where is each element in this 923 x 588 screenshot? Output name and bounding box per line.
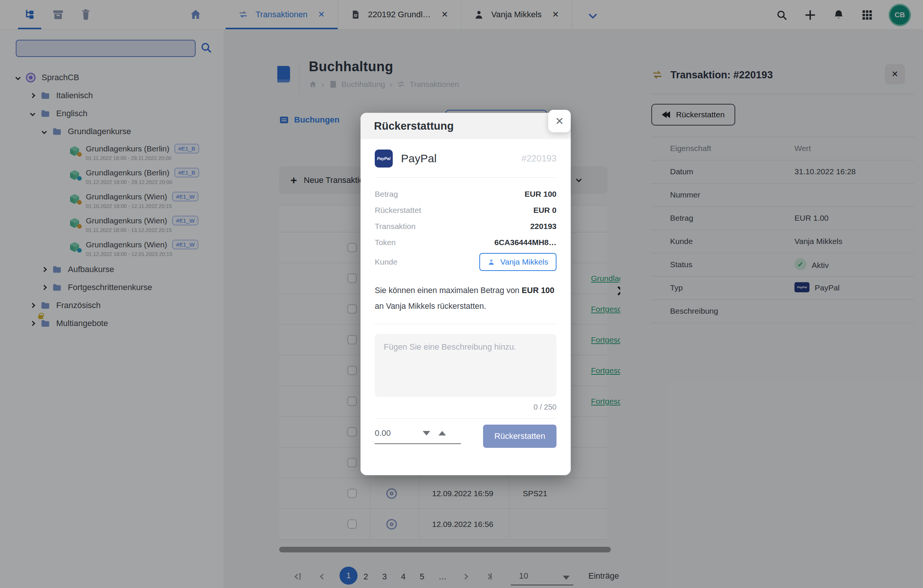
paypal-logo-icon: PayPal [375, 149, 393, 168]
amount-stepper [375, 429, 461, 444]
provider-row: PayPal PayPal #220193 [375, 149, 557, 168]
close-icon: ✕ [555, 115, 563, 127]
divider [375, 324, 557, 324]
field-transaktion: Transaktion 220193 [375, 218, 557, 234]
decrement-icon[interactable] [423, 431, 430, 435]
modal-title: Rückerstattung [361, 113, 571, 139]
divider [375, 418, 557, 419]
refund-submit-button[interactable]: Rückerstatten [483, 425, 557, 448]
max-refund-note: Sie können einen maximalen Betrag von EU… [375, 283, 557, 314]
field-token: Token 6CA36444MH8… [375, 234, 557, 250]
refund-modal: ✕ Rückerstattung PayPal PayPal #220193 B… [361, 113, 571, 475]
field-kunde: Kunde Vanja Mikkels [375, 250, 557, 274]
char-counter: 0 / 250 [375, 403, 557, 412]
customer-button[interactable]: Vanja Mikkels [479, 253, 557, 271]
person-icon [488, 258, 495, 266]
field-betrag: Betrag EUR 100 [375, 186, 557, 202]
transaction-reference: #220193 [522, 153, 557, 164]
app-root: Transaktionen ✕ 220192 Grundl… ✕ Vanja M… [0, 0, 923, 588]
provider-name: PayPal [401, 152, 437, 165]
field-rueckerstattet: Rückerstattet EUR 0 [375, 202, 557, 218]
divider [375, 177, 557, 177]
description-textarea[interactable] [375, 334, 557, 397]
modal-close-button[interactable]: ✕ [548, 110, 571, 132]
increment-icon[interactable] [439, 431, 446, 435]
amount-input[interactable] [375, 429, 416, 438]
button-label: Vanja Mikkels [500, 258, 548, 266]
